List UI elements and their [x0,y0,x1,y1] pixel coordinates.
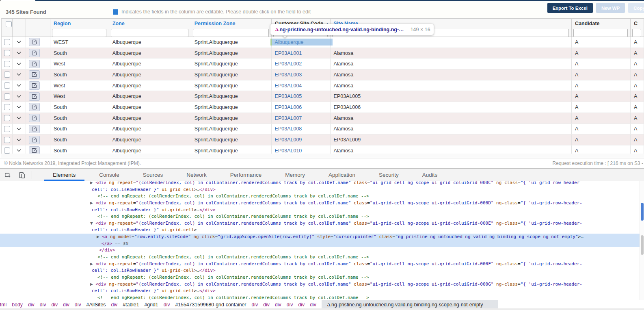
breadcrumb-item[interactable]: html [0,302,6,308]
filter-permission_zone-input[interactable] [193,29,269,37]
devtools-tab-memory[interactable]: Memory [273,169,317,181]
edit-row-button[interactable] [29,70,40,79]
chevron-down-icon[interactable] [17,117,21,119]
edit-row-button[interactable] [29,103,40,111]
devtools-tab-network[interactable]: Network [175,169,218,181]
row-checkbox[interactable] [4,115,10,121]
filter-candidate-input[interactable] [573,29,628,37]
breadcrumb-item[interactable]: body [12,302,23,308]
chevron-down-icon[interactable] [17,73,21,76]
column-label-permission_zone[interactable]: Permission Zone [191,20,271,28]
column-label-region[interactable]: Region [50,20,109,28]
breadcrumb-item[interactable]: #1554731599680-grid-container [175,302,246,308]
dom-tree-line[interactable]: <!-- end ngRepeat: (colRenderIndex, col)… [0,254,640,261]
site-code-link[interactable]: EP03AL003 [275,72,302,78]
edit-row-button[interactable] [29,38,40,46]
export-to-excel-button[interactable]: Export To Excel [547,3,593,13]
row-checkbox[interactable] [4,39,10,45]
dom-tree-line[interactable]: </a> == $0 [0,241,640,247]
dom-tree-line[interactable]: cell': col.isRowHeader }" ui-grid-cell>…… [0,186,640,193]
column-header-region[interactable]: Region [50,19,109,37]
dom-tree-line[interactable]: ▶ <div ng-repeat="(colRenderIndex, col) … [0,181,640,186]
breadcrumb-item[interactable]: div [28,302,35,308]
edit-row-button[interactable] [29,49,40,57]
site-code-link[interactable]: EP03AL008 [275,126,302,132]
dom-tree-line[interactable]: ▶ <a ng-model="row.entity.siteCode" ng-c… [0,234,640,241]
dom-tree-line[interactable]: ▶ <div ng-repeat="(colRenderIndex, col) … [0,261,640,268]
chevron-down-icon[interactable] [17,63,21,65]
chevron-down-icon[interactable] [17,139,21,141]
breadcrumb-item[interactable]: #table1 [123,302,139,308]
breadcrumb-item[interactable]: div [51,302,58,308]
column-header-extra[interactable]: C [631,19,644,37]
chevron-down-icon[interactable] [17,52,21,54]
devtools-tab-console[interactable]: Console [87,169,131,181]
breadcrumb-item[interactable]: div [275,302,281,308]
breadcrumb-item[interactable]: #AllSites [86,302,106,308]
devtools-tab-sources[interactable]: Sources [131,169,175,181]
chevron-down-icon[interactable] [17,128,21,130]
breadcrumb-item[interactable]: div [63,302,69,308]
site-code-link[interactable]: EP03AL004 [275,83,302,89]
row-checkbox[interactable] [4,147,10,154]
row-checkbox[interactable] [4,72,10,78]
breadcrumb-item[interactable]: div [164,302,170,308]
breadcrumb-item[interactable]: div [40,302,46,308]
new-wp-button[interactable]: New WP [596,3,625,13]
column-label-candidate[interactable]: Candidate [572,20,630,28]
chevron-down-icon[interactable] [17,95,21,98]
inspect-element-icon[interactable] [2,170,14,180]
site-code-link[interactable]: EP03AL010 [275,148,302,154]
edit-row-button[interactable] [29,146,40,154]
dom-tree-line[interactable]: ▶ <div ng-repeat="(colRenderIndex, col) … [0,200,640,207]
column-header-candidate[interactable]: Candidate [572,19,631,37]
dom-tree-line[interactable]: </div> [0,247,640,254]
grid-hscrollbar-area[interactable] [1,154,644,158]
row-checkbox[interactable] [4,82,10,89]
chevron-down-icon[interactable] [17,41,21,43]
breadcrumb-item[interactable]: #grid1 [145,302,158,308]
site-code-link[interactable]: EP03AL009 [275,137,302,143]
breadcrumb-item[interactable]: div [75,302,81,308]
column-label-extra[interactable]: C [631,20,644,28]
site-code-link[interactable]: EP03AL001 [275,50,302,56]
site-code-link[interactable]: EP03AL002 [275,61,302,67]
edit-row-button[interactable] [29,125,40,133]
row-checkbox[interactable] [4,93,10,100]
breadcrumb-item[interactable]: div [298,302,305,308]
breadcrumb-item[interactable]: div [111,302,117,308]
dom-tree-line[interactable]: <!-- end ngRepeat: (colRenderIndex, col)… [0,274,640,281]
devtools-tab-security[interactable]: Security [367,169,411,181]
dom-tree-line[interactable]: cell': col.isRowHeader }" ui-grid-cell> [0,227,640,234]
breadcrumb-item[interactable]: div [263,302,270,308]
edit-row-button[interactable] [29,136,40,144]
filter-zone-input[interactable] [111,29,188,37]
breadcrumb-item[interactable]: div [310,302,316,308]
chevron-down-icon[interactable] [17,106,21,108]
row-checkbox[interactable] [4,137,10,143]
devtools-scrollbar[interactable] [640,181,644,300]
breadcrumb-item[interactable]: a.ng-pristine.ng-untouched.ng-valid.ng-b… [322,300,498,309]
row-checkbox[interactable] [4,50,10,56]
chevron-down-icon[interactable] [17,84,21,87]
edit-row-button[interactable] [29,114,40,122]
row-checkbox[interactable] [4,61,10,67]
filter-extra-input[interactable] [632,29,641,37]
column-label-zone[interactable]: Zone [109,20,191,28]
column-header-zone[interactable]: Zone [109,19,191,37]
dom-tree-line[interactable]: ▶ <div ng-repeat="(colRenderIndex, col) … [0,281,640,288]
scrollbar-thumb[interactable] [641,235,644,255]
breadcrumb-item[interactable]: div [251,302,258,308]
row-checkbox[interactable] [4,104,10,110]
site-code-link[interactable]: EP03AL006 [275,104,302,110]
devtools-tab-audits[interactable]: Audits [411,169,450,181]
edit-row-button[interactable] [29,81,40,90]
column-header-permission_zone[interactable]: Permission Zone [191,19,272,37]
dom-tree-line[interactable]: cell': col.isRowHeader }" ui-grid-cell>…… [0,288,640,295]
dom-tree-line[interactable]: cell': col.isRowHeader }" ui-grid-cell>…… [0,267,640,274]
devtools-tab-elements[interactable]: Elements [41,169,87,181]
devtools-tab-application[interactable]: Application [317,169,367,181]
devtools-tab-performance[interactable]: Performance [218,169,273,181]
dom-tree-line[interactable]: ▼ <div ng-repeat="(colRenderIndex, col) … [0,220,640,227]
row-checkbox[interactable] [4,126,10,132]
